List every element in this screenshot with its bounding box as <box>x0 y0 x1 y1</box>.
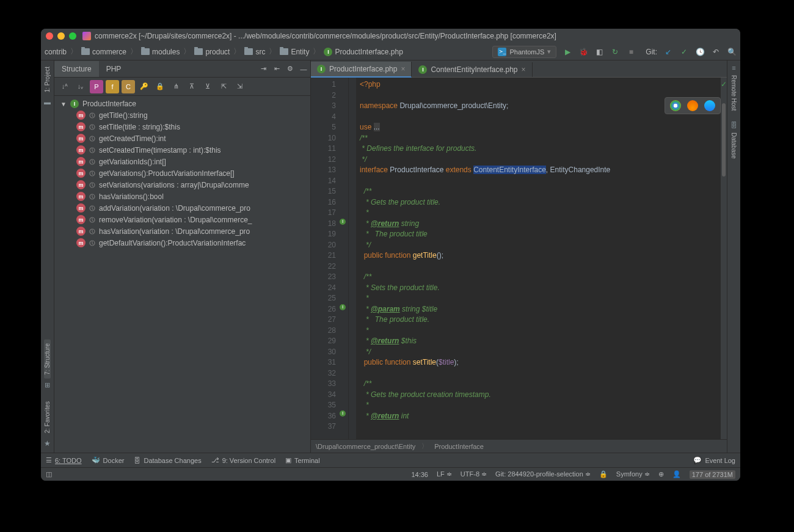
lock-icon[interactable]: 🔒 <box>599 470 608 478</box>
tree-method[interactable]: mgetVariations():ProductVariationInterfa… <box>54 167 310 179</box>
close-icon[interactable]: × <box>522 65 526 74</box>
structure-icon: ⊞ <box>45 381 50 389</box>
tree-method[interactable]: mgetDefaultVariation():ProductVariationI… <box>54 237 310 249</box>
breadcrumb[interactable]: IProductInterface.php <box>324 48 402 56</box>
breadcrumb[interactable]: modules <box>141 48 180 56</box>
version-control-button[interactable]: ⎇ 9: Version Control <box>211 456 275 464</box>
collapse-selection-icon[interactable]: ⇤ <box>270 62 283 76</box>
editor-tab[interactable]: I ProductInterface.php × <box>311 62 412 78</box>
rerun-button[interactable]: ↻ <box>610 47 620 57</box>
hide-icon[interactable]: — <box>297 62 310 76</box>
tree-method[interactable]: mhasVariation(variation : \Drupal\commer… <box>54 225 310 237</box>
rail-structure[interactable]: 7: Structure <box>44 340 51 379</box>
tab-php[interactable]: PHP <box>99 61 129 77</box>
stop-button[interactable]: ■ <box>626 47 636 57</box>
left-tool-rail: 1: Project ▬ 7: Structure ⊞ 2: Favorites… <box>41 60 54 453</box>
autoscroll-to-icon[interactable]: ⇱ <box>217 80 230 93</box>
minimize-icon[interactable] <box>57 32 65 40</box>
tool-window-toggle[interactable]: ◫ <box>46 470 52 478</box>
autoscroll-from-icon[interactable]: ⇲ <box>233 80 246 93</box>
event-log-button[interactable]: 💬 Event Log <box>693 456 735 464</box>
fold-bar[interactable] <box>349 78 356 439</box>
revert-button[interactable]: ↶ <box>711 47 721 57</box>
terminal-button[interactable]: ▣ Terminal <box>285 456 320 464</box>
rail-favorites[interactable]: 2: Favorites <box>44 398 51 437</box>
structure-panel: Structure PHP ⇥ ⇤ ⚙ — ↓ᴬ ↓ᵥ P f C 🔑 🔒 ⋔ … <box>54 60 311 453</box>
override-marker-icon[interactable]: I <box>340 219 346 225</box>
encoding[interactable]: UTF-8 ≑ <box>461 470 487 478</box>
show-constants-icon[interactable]: C <box>122 80 135 93</box>
override-icon <box>89 194 95 200</box>
show-fields-icon[interactable]: f <box>106 80 119 93</box>
git-commit-button[interactable]: ✓ <box>679 47 689 57</box>
services-icon[interactable]: ⊕ <box>658 470 664 478</box>
todo-button[interactable]: ☰ 6: TODO <box>46 456 82 464</box>
collapse-all-icon[interactable]: ⊻ <box>201 80 214 93</box>
sort-visibility-icon[interactable]: ↓ᵥ <box>74 80 87 93</box>
gutter[interactable]: 1234510111213141516171819202122232425262… <box>311 78 349 439</box>
tree-method[interactable]: mhasVariations():bool <box>54 191 310 202</box>
memory-indicator[interactable]: 177 of 2731M <box>690 470 735 479</box>
tree-method[interactable]: mgetVariationIds():int[] <box>54 156 310 167</box>
docker-button[interactable]: 🐳Docker <box>92 456 125 464</box>
cursor-position[interactable]: 14:36 <box>411 471 428 478</box>
debug-button[interactable]: 🐞 <box>578 47 588 57</box>
expand-all-icon[interactable]: ⊼ <box>185 80 198 93</box>
database-changes-button[interactable]: 🗄 Database Changes <box>134 457 201 464</box>
inspection-ok-icon[interactable]: ✓ <box>721 80 727 89</box>
rail-project[interactable]: 1: Project <box>44 63 51 96</box>
show-private-icon[interactable]: 🔒 <box>153 80 167 93</box>
tree-method[interactable]: msetCreatedTime(timestamp : int):$this <box>54 144 310 156</box>
git-branch[interactable]: Git: 2844920-profile-selection ≑ <box>495 470 591 478</box>
firefox-icon[interactable] <box>687 100 698 111</box>
breadcrumb[interactable]: product <box>194 48 230 56</box>
history-button[interactable]: 🕓 <box>695 47 705 57</box>
settings-icon[interactable]: ⚙ <box>283 62 297 76</box>
override-marker-icon[interactable]: I <box>340 304 346 310</box>
scroll-thumb[interactable] <box>722 103 726 177</box>
run-configuration[interactable]: ≻_ PhantomJS▾ <box>492 46 556 58</box>
vertical-scrollbar[interactable]: ✓ <box>721 78 727 439</box>
ide-window: commerce2x [~/Drupal/sites/commerce2x] -… <box>41 29 740 481</box>
maximize-icon[interactable] <box>69 32 76 40</box>
show-inherited-icon[interactable]: 🔑 <box>137 80 151 93</box>
run-button[interactable]: ▶ <box>563 47 572 57</box>
tab-structure[interactable]: Structure <box>54 61 99 77</box>
chrome-icon[interactable] <box>670 100 681 111</box>
tree-interface[interactable]: ▼ I ProductInterface <box>54 98 310 109</box>
tree-method[interactable]: mgetTitle():string <box>54 109 310 121</box>
tree-method[interactable]: mgetCreatedTime():int <box>54 133 310 144</box>
breadcrumb[interactable]: Entity <box>280 48 309 56</box>
folder-icon <box>194 48 203 55</box>
inspections-icon[interactable]: 👤 <box>672 470 681 478</box>
rail-database[interactable]: Database <box>730 129 737 162</box>
folder-icon <box>141 48 150 55</box>
tree-method[interactable]: mremoveVariation(variation : \Drupal\com… <box>54 214 310 225</box>
safari-icon[interactable] <box>704 100 715 111</box>
line-separator[interactable]: LF ≑ <box>437 470 452 478</box>
rail-remote-host[interactable]: Remote Host <box>730 71 737 114</box>
bottom-toolbar: ☰ 6: TODO 🐳Docker 🗄 Database Changes ⎇ 9… <box>41 453 740 467</box>
breadcrumb[interactable]: commerce <box>81 48 126 56</box>
override-icon <box>89 182 95 188</box>
close-icon[interactable]: × <box>401 65 405 73</box>
method-icon: m <box>76 180 86 189</box>
breadcrumb[interactable]: src <box>244 48 265 56</box>
tree-method[interactable]: maddVariation(variation : \Drupal\commer… <box>54 202 310 214</box>
editor-tab[interactable]: I ContentEntityInterface.php × <box>412 62 532 77</box>
code-editor[interactable]: <?php namespace Drupal\commerce_product\… <box>356 78 721 439</box>
show-properties-icon[interactable]: P <box>90 80 103 93</box>
git-update-button[interactable]: ↙ <box>663 47 673 57</box>
expand-selection-icon[interactable]: ⇥ <box>257 62 270 76</box>
override-marker-icon[interactable]: I <box>340 410 346 417</box>
breadcrumb[interactable]: contrib <box>45 48 67 56</box>
tree-method[interactable]: msetVariations(variations : array|\Drupa… <box>54 179 310 191</box>
close-icon[interactable] <box>46 32 53 40</box>
search-button[interactable]: 🔍 <box>727 47 737 57</box>
sort-alpha-icon[interactable]: ↓ᴬ <box>58 80 71 93</box>
breadcrumb-path[interactable]: \Drupal\commerce_product\Entity〉ProductI… <box>311 439 727 453</box>
coverage-button[interactable]: ◧ <box>594 47 604 57</box>
show-includes-icon[interactable]: ⋔ <box>169 80 183 93</box>
tree-method[interactable]: msetTitle(title : string):$this <box>54 121 310 133</box>
framework[interactable]: Symfony ≑ <box>616 470 650 478</box>
